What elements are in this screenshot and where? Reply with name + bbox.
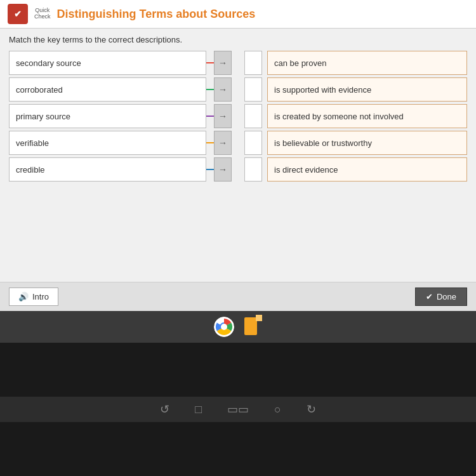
def-box-4: is direct evidence bbox=[267, 157, 467, 182]
term-box-2: primary source bbox=[9, 104, 206, 128]
def-row-3: is believable or trustworthy bbox=[244, 131, 467, 155]
connector-line-2 bbox=[206, 116, 214, 117]
logo-line2: Check bbox=[34, 14, 51, 20]
files-icon[interactable] bbox=[244, 315, 262, 339]
connector-line-3 bbox=[206, 142, 214, 143]
logo-icon: ✔ bbox=[8, 4, 28, 24]
checkbox-1[interactable] bbox=[244, 77, 262, 102]
svg-rect-6 bbox=[256, 315, 262, 321]
connector-line-1 bbox=[206, 89, 214, 90]
term-row-4: credible → bbox=[9, 157, 232, 182]
overview-icon[interactable]: ▭▭ bbox=[227, 402, 249, 416]
header: ✔ Quick Check Distinguishing Terms about… bbox=[0, 0, 476, 29]
svg-point-3 bbox=[221, 324, 227, 330]
term-box-3: verifiable bbox=[9, 131, 206, 155]
def-row-2: is created by someone not involved bbox=[244, 104, 467, 128]
term-box-1: corroborated bbox=[9, 77, 206, 102]
connector-line-0 bbox=[206, 62, 214, 63]
term-row-0: secondary source → bbox=[9, 51, 232, 75]
page-title: Distinguishing Terms about Sources bbox=[57, 8, 256, 21]
term-box-0: secondary source bbox=[9, 51, 206, 75]
arrow-connector-2: → bbox=[206, 104, 232, 128]
def-box-2: is created by someone not involved bbox=[267, 104, 467, 128]
arrow-connector-0: → bbox=[206, 51, 232, 75]
definitions-column: can be proven is supported with evidence… bbox=[244, 51, 467, 182]
footer: 🔊 Intro ✔ Done bbox=[0, 282, 476, 311]
chrome-icon[interactable] bbox=[214, 317, 234, 337]
def-row-0: can be proven bbox=[244, 51, 467, 75]
def-row-4: is direct evidence bbox=[244, 157, 467, 182]
instructions-text: Match the key terms to the correct descr… bbox=[9, 35, 467, 44]
term-row-3: verifiable → bbox=[9, 131, 232, 155]
keyboard-area: ↺ □ ▭▭ ○ ↻ bbox=[0, 343, 476, 476]
window-icon[interactable]: □ bbox=[195, 403, 202, 416]
arrow-button-4[interactable]: → bbox=[214, 157, 232, 182]
checkbox-3[interactable] bbox=[244, 131, 262, 155]
terms-column: secondary source → corroborated → bbox=[9, 51, 232, 182]
arrow-connector-3: → bbox=[206, 131, 232, 155]
def-box-3: is believable or trustworthy bbox=[267, 131, 467, 155]
def-box-1: is supported with evidence bbox=[267, 77, 467, 102]
term-row-2: primary source → bbox=[9, 104, 232, 128]
search-icon[interactable]: ○ bbox=[274, 403, 281, 416]
checkmark-icon: ✔ bbox=[14, 9, 22, 19]
arrow-connector-4: → bbox=[206, 157, 232, 182]
def-box-0: can be proven bbox=[267, 51, 467, 75]
arrow-button-0[interactable]: → bbox=[214, 51, 232, 75]
done-button[interactable]: ✔ Done bbox=[415, 288, 467, 306]
term-row-1: corroborated → bbox=[9, 77, 232, 102]
back-icon[interactable]: ↺ bbox=[160, 402, 169, 416]
term-box-4: credible bbox=[9, 157, 206, 182]
arrow-button-1[interactable]: → bbox=[214, 77, 232, 102]
speaker-icon: 🔊 bbox=[18, 292, 29, 301]
checkbox-2[interactable] bbox=[244, 104, 262, 128]
arrow-button-3[interactable]: → bbox=[214, 131, 232, 155]
matching-area: secondary source → corroborated → bbox=[9, 51, 467, 182]
intro-button[interactable]: 🔊 Intro bbox=[9, 288, 58, 306]
chromeos-taskbar: ↺ □ ▭▭ ○ ↻ bbox=[0, 397, 476, 422]
checkbox-4[interactable] bbox=[244, 157, 262, 182]
def-row-1: is supported with evidence bbox=[244, 77, 467, 102]
taskbar bbox=[0, 311, 476, 343]
svg-rect-4 bbox=[244, 317, 257, 335]
main-screen: ✔ Quick Check Distinguishing Terms about… bbox=[0, 0, 476, 311]
arrow-connector-1: → bbox=[206, 77, 232, 102]
checkbox-0[interactable] bbox=[244, 51, 262, 75]
arrow-button-2[interactable]: → bbox=[214, 104, 232, 128]
connector-line-4 bbox=[206, 169, 214, 170]
forward-icon[interactable]: ↻ bbox=[307, 402, 316, 416]
checkmark-done-icon: ✔ bbox=[426, 292, 433, 301]
content-area: Match the key terms to the correct descr… bbox=[0, 29, 476, 282]
